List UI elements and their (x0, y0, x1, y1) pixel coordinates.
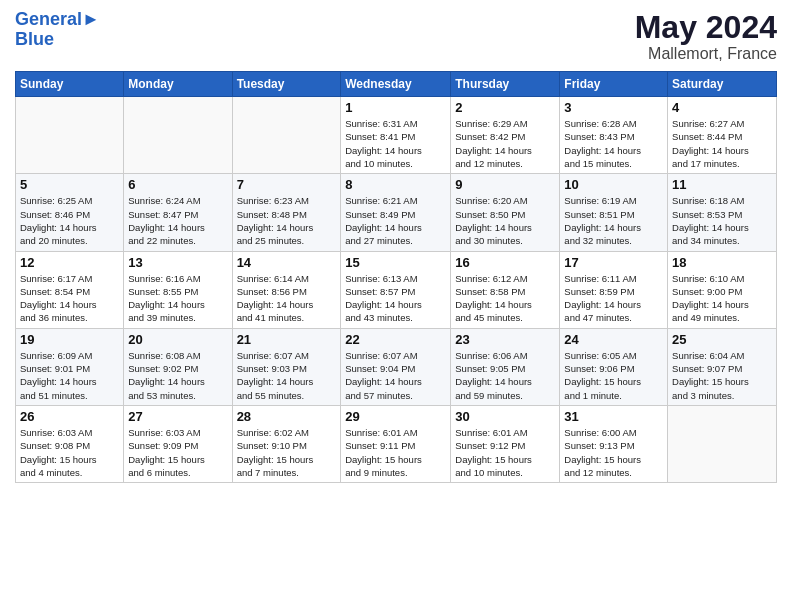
calendar-cell: 21Sunrise: 6:07 AMSunset: 9:03 PMDayligh… (232, 328, 341, 405)
calendar-cell: 6Sunrise: 6:24 AMSunset: 8:47 PMDaylight… (124, 174, 232, 251)
day-info: Sunrise: 6:00 AMSunset: 9:13 PMDaylight:… (564, 426, 663, 479)
day-number: 4 (672, 100, 772, 115)
day-info: Sunrise: 6:06 AMSunset: 9:05 PMDaylight:… (455, 349, 555, 402)
day-info: Sunrise: 6:03 AMSunset: 9:08 PMDaylight:… (20, 426, 119, 479)
day-number: 19 (20, 332, 119, 347)
calendar-cell: 24Sunrise: 6:05 AMSunset: 9:06 PMDayligh… (560, 328, 668, 405)
calendar-cell (124, 97, 232, 174)
week-row-4: 19Sunrise: 6:09 AMSunset: 9:01 PMDayligh… (16, 328, 777, 405)
day-number: 16 (455, 255, 555, 270)
calendar-cell: 26Sunrise: 6:03 AMSunset: 9:08 PMDayligh… (16, 405, 124, 482)
day-info: Sunrise: 6:10 AMSunset: 9:00 PMDaylight:… (672, 272, 772, 325)
day-info: Sunrise: 6:31 AMSunset: 8:41 PMDaylight:… (345, 117, 446, 170)
calendar-cell: 17Sunrise: 6:11 AMSunset: 8:59 PMDayligh… (560, 251, 668, 328)
logo-blue: Blue (15, 30, 100, 50)
day-number: 17 (564, 255, 663, 270)
col-wednesday: Wednesday (341, 72, 451, 97)
day-info: Sunrise: 6:12 AMSunset: 8:58 PMDaylight:… (455, 272, 555, 325)
calendar-body: 1Sunrise: 6:31 AMSunset: 8:41 PMDaylight… (16, 97, 777, 483)
calendar-subtitle: Mallemort, France (635, 45, 777, 63)
day-number: 14 (237, 255, 337, 270)
day-number: 7 (237, 177, 337, 192)
day-number: 9 (455, 177, 555, 192)
calendar-cell (232, 97, 341, 174)
header: General► Blue May 2024 Mallemort, France (15, 10, 777, 63)
week-row-2: 5Sunrise: 6:25 AMSunset: 8:46 PMDaylight… (16, 174, 777, 251)
day-info: Sunrise: 6:16 AMSunset: 8:55 PMDaylight:… (128, 272, 227, 325)
day-info: Sunrise: 6:23 AMSunset: 8:48 PMDaylight:… (237, 194, 337, 247)
header-row: Sunday Monday Tuesday Wednesday Thursday… (16, 72, 777, 97)
calendar-cell: 3Sunrise: 6:28 AMSunset: 8:43 PMDaylight… (560, 97, 668, 174)
calendar-cell: 8Sunrise: 6:21 AMSunset: 8:49 PMDaylight… (341, 174, 451, 251)
day-info: Sunrise: 6:28 AMSunset: 8:43 PMDaylight:… (564, 117, 663, 170)
calendar-cell: 7Sunrise: 6:23 AMSunset: 8:48 PMDaylight… (232, 174, 341, 251)
day-number: 11 (672, 177, 772, 192)
day-number: 20 (128, 332, 227, 347)
day-number: 24 (564, 332, 663, 347)
day-number: 2 (455, 100, 555, 115)
day-info: Sunrise: 6:08 AMSunset: 9:02 PMDaylight:… (128, 349, 227, 402)
calendar-cell: 20Sunrise: 6:08 AMSunset: 9:02 PMDayligh… (124, 328, 232, 405)
calendar-cell: 27Sunrise: 6:03 AMSunset: 9:09 PMDayligh… (124, 405, 232, 482)
calendar-cell: 2Sunrise: 6:29 AMSunset: 8:42 PMDaylight… (451, 97, 560, 174)
day-number: 30 (455, 409, 555, 424)
day-number: 15 (345, 255, 446, 270)
day-info: Sunrise: 6:19 AMSunset: 8:51 PMDaylight:… (564, 194, 663, 247)
week-row-1: 1Sunrise: 6:31 AMSunset: 8:41 PMDaylight… (16, 97, 777, 174)
day-number: 10 (564, 177, 663, 192)
day-info: Sunrise: 6:03 AMSunset: 9:09 PMDaylight:… (128, 426, 227, 479)
day-info: Sunrise: 6:01 AMSunset: 9:12 PMDaylight:… (455, 426, 555, 479)
day-number: 23 (455, 332, 555, 347)
title-block: May 2024 Mallemort, France (635, 10, 777, 63)
day-info: Sunrise: 6:21 AMSunset: 8:49 PMDaylight:… (345, 194, 446, 247)
day-number: 31 (564, 409, 663, 424)
calendar-cell: 30Sunrise: 6:01 AMSunset: 9:12 PMDayligh… (451, 405, 560, 482)
day-info: Sunrise: 6:27 AMSunset: 8:44 PMDaylight:… (672, 117, 772, 170)
calendar-cell: 10Sunrise: 6:19 AMSunset: 8:51 PMDayligh… (560, 174, 668, 251)
day-info: Sunrise: 6:17 AMSunset: 8:54 PMDaylight:… (20, 272, 119, 325)
col-tuesday: Tuesday (232, 72, 341, 97)
col-sunday: Sunday (16, 72, 124, 97)
day-number: 22 (345, 332, 446, 347)
week-row-5: 26Sunrise: 6:03 AMSunset: 9:08 PMDayligh… (16, 405, 777, 482)
day-info: Sunrise: 6:09 AMSunset: 9:01 PMDaylight:… (20, 349, 119, 402)
calendar-cell: 31Sunrise: 6:00 AMSunset: 9:13 PMDayligh… (560, 405, 668, 482)
logo-icon-shape: ► (82, 9, 100, 29)
calendar-cell: 25Sunrise: 6:04 AMSunset: 9:07 PMDayligh… (668, 328, 777, 405)
day-info: Sunrise: 6:05 AMSunset: 9:06 PMDaylight:… (564, 349, 663, 402)
day-info: Sunrise: 6:25 AMSunset: 8:46 PMDaylight:… (20, 194, 119, 247)
calendar-cell: 19Sunrise: 6:09 AMSunset: 9:01 PMDayligh… (16, 328, 124, 405)
day-number: 5 (20, 177, 119, 192)
day-info: Sunrise: 6:11 AMSunset: 8:59 PMDaylight:… (564, 272, 663, 325)
calendar-cell: 9Sunrise: 6:20 AMSunset: 8:50 PMDaylight… (451, 174, 560, 251)
calendar-cell: 28Sunrise: 6:02 AMSunset: 9:10 PMDayligh… (232, 405, 341, 482)
col-saturday: Saturday (668, 72, 777, 97)
day-info: Sunrise: 6:24 AMSunset: 8:47 PMDaylight:… (128, 194, 227, 247)
day-info: Sunrise: 6:07 AMSunset: 9:03 PMDaylight:… (237, 349, 337, 402)
day-info: Sunrise: 6:01 AMSunset: 9:11 PMDaylight:… (345, 426, 446, 479)
logo-general: General (15, 9, 82, 29)
calendar-cell: 4Sunrise: 6:27 AMSunset: 8:44 PMDaylight… (668, 97, 777, 174)
week-row-3: 12Sunrise: 6:17 AMSunset: 8:54 PMDayligh… (16, 251, 777, 328)
calendar-cell: 1Sunrise: 6:31 AMSunset: 8:41 PMDaylight… (341, 97, 451, 174)
day-info: Sunrise: 6:13 AMSunset: 8:57 PMDaylight:… (345, 272, 446, 325)
col-friday: Friday (560, 72, 668, 97)
calendar-cell: 23Sunrise: 6:06 AMSunset: 9:05 PMDayligh… (451, 328, 560, 405)
calendar-cell (16, 97, 124, 174)
calendar-table: Sunday Monday Tuesday Wednesday Thursday… (15, 71, 777, 483)
day-info: Sunrise: 6:20 AMSunset: 8:50 PMDaylight:… (455, 194, 555, 247)
calendar-cell: 5Sunrise: 6:25 AMSunset: 8:46 PMDaylight… (16, 174, 124, 251)
calendar-cell: 11Sunrise: 6:18 AMSunset: 8:53 PMDayligh… (668, 174, 777, 251)
day-number: 25 (672, 332, 772, 347)
calendar-cell (668, 405, 777, 482)
calendar-cell: 13Sunrise: 6:16 AMSunset: 8:55 PMDayligh… (124, 251, 232, 328)
day-number: 1 (345, 100, 446, 115)
day-number: 3 (564, 100, 663, 115)
day-info: Sunrise: 6:29 AMSunset: 8:42 PMDaylight:… (455, 117, 555, 170)
calendar-cell: 12Sunrise: 6:17 AMSunset: 8:54 PMDayligh… (16, 251, 124, 328)
calendar-cell: 29Sunrise: 6:01 AMSunset: 9:11 PMDayligh… (341, 405, 451, 482)
logo: General► Blue (15, 10, 100, 50)
day-number: 6 (128, 177, 227, 192)
calendar-cell: 16Sunrise: 6:12 AMSunset: 8:58 PMDayligh… (451, 251, 560, 328)
calendar-header: Sunday Monday Tuesday Wednesday Thursday… (16, 72, 777, 97)
